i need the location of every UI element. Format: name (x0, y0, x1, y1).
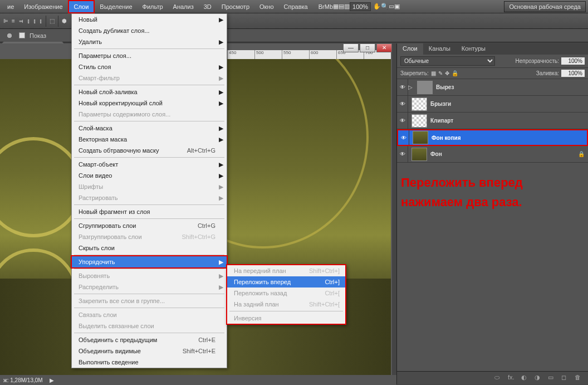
minibridge-icon[interactable]: Mb (325, 3, 333, 10)
menu-item: Смарт-фильтр▶ (72, 72, 227, 84)
hand-icon[interactable]: ✋ (373, 3, 381, 10)
menu-item[interactable]: Новый слой-заливка▶ (72, 86, 227, 98)
3d-mode-icon[interactable]: ⬢ (62, 18, 67, 24)
lock-pixels-icon[interactable]: ✎ (438, 70, 443, 76)
status-arrow-icon[interactable]: ▶ (50, 377, 54, 383)
lock-icon: 🔒 (578, 151, 585, 157)
distribute-icon[interactable]: ⫿ (33, 18, 36, 24)
menu-item: Распределить▶ (72, 281, 227, 293)
align-right-icon[interactable]: ⫤ (18, 18, 24, 24)
status-bar: ж: 1,28M/13,0M ▶ (0, 375, 396, 385)
menu-help[interactable]: Справка (279, 1, 313, 12)
menu-item[interactable]: Удалить▶ (72, 36, 227, 47)
visibility-eye-icon[interactable]: 👁 (397, 96, 408, 112)
menu-view[interactable]: Просмотр (217, 1, 254, 12)
screen-mode-icon[interactable]: ▣ (394, 3, 400, 10)
menu-item[interactable]: Создать дубликат слоя... (72, 25, 227, 36)
menu-layers[interactable]: Слои (68, 0, 95, 13)
group-icon[interactable]: ▭ (548, 374, 557, 383)
minimize-button[interactable]: — (343, 43, 359, 52)
menu-item[interactable]: Векторная маска▶ (72, 134, 227, 145)
layer-row[interactable]: 👁Фон🔒 (397, 146, 588, 163)
submenu-item[interactable]: Переложить впередCtrl+] (227, 276, 345, 287)
view-grid-icon[interactable]: ▥ (344, 3, 350, 10)
layer-name: Брызги (430, 101, 451, 107)
menu-item[interactable]: Объединить с предыдущимCtrl+E (72, 334, 227, 345)
zoom-icon[interactable]: 🔍 (381, 3, 389, 10)
layer-row[interactable]: 👁▷Вырез (397, 79, 588, 96)
auto-align-icon[interactable]: ⬚ (50, 18, 55, 24)
tab-channels[interactable]: Каналы (423, 43, 456, 55)
doc-size: ж: 1,28M/13,0M (3, 377, 43, 383)
workspace-switcher[interactable]: Основная рабочая среда (504, 1, 586, 12)
menu-item[interactable]: Объединить видимыеShift+Ctrl+E (72, 345, 227, 357)
menu-item[interactable]: Новый▶ (72, 14, 227, 25)
menu-item: Закрепить все слои в группе... (72, 295, 227, 306)
menu-item[interactable]: Слои видео▶ (72, 170, 227, 181)
opacity-label: Непрозрачность: (515, 58, 559, 64)
menu-item[interactable]: Новый фрагмент из слоя (72, 206, 227, 217)
zoom-level[interactable]: 100% (350, 2, 371, 11)
show-checkbox[interactable] (19, 32, 25, 38)
menu-item[interactable]: Скрыть слои (72, 242, 227, 254)
visibility-eye-icon[interactable]: 👁 (397, 113, 408, 129)
layers-list: 👁▷Вырез👁Брызги👁Клипарт👁Фон копия👁Фон🔒 (397, 79, 588, 163)
opacity-value[interactable]: 100% (561, 57, 585, 65)
arrange-docs-icon[interactable]: ▭ (389, 3, 394, 10)
menu-window[interactable]: Окно (254, 1, 279, 12)
menu-item[interactable]: Упорядочить▶ (71, 255, 228, 269)
arrange-submenu: На передний планShift+Ctrl+]Переложить в… (226, 264, 346, 325)
view-extras-icon[interactable]: ▦ (333, 3, 339, 10)
layer-thumbnail (411, 114, 427, 128)
menu-item: Разгруппировать слоиShift+Ctrl+G (72, 231, 227, 242)
layer-row[interactable]: 👁Клипарт (397, 113, 588, 129)
menu-item[interactable]: Выполнить сведение (72, 357, 227, 368)
menu-item: Выделить связанные слои (72, 320, 227, 332)
menu-filter[interactable]: Фильтр (138, 1, 168, 12)
view-guides-icon[interactable]: ▤ (339, 3, 344, 10)
adjustment-icon[interactable]: ◑ (535, 374, 543, 383)
fx-icon[interactable]: fx. (508, 374, 517, 383)
menu-item[interactable]: Смарт-объект▶ (72, 159, 227, 170)
layer-thumbnail (411, 98, 427, 111)
menu-item[interactable]: Новый корректирующий слой▶ (72, 98, 227, 109)
align-left-icon[interactable]: ⊫ (3, 18, 8, 24)
menu-item[interactable]: Сгруппировать слоиCtrl+G (72, 220, 227, 231)
visibility-eye-icon[interactable]: 👁 (398, 130, 409, 145)
menu-item[interactable]: Слой-маска▶ (72, 123, 227, 134)
layer-row[interactable]: 👁Фон копия (397, 129, 588, 146)
menu-analysis[interactable]: Анализ (168, 1, 199, 12)
window-controls: — □ ✕ (343, 43, 392, 52)
main-menubar: ие Изображение Слои Выделение Фильтр Ана… (0, 0, 588, 13)
new-layer-icon[interactable]: ◻ (561, 374, 570, 383)
visibility-eye-icon[interactable]: 👁 (397, 79, 408, 95)
menu-item[interactable]: ие (2, 1, 19, 12)
distribute-icon[interactable]: ⫿ (40, 18, 42, 24)
menu-item: Параметры содержимого слоя... (72, 109, 227, 120)
tab-layers[interactable]: Слои (397, 43, 423, 55)
close-button[interactable]: ✕ (376, 43, 392, 52)
tool-preset-icon[interactable] (4, 31, 14, 41)
distribute-icon[interactable]: ⫿ (27, 18, 30, 24)
visibility-eye-icon[interactable]: 👁 (397, 146, 408, 162)
lock-position-icon[interactable]: ✥ (445, 70, 449, 76)
align-center-icon[interactable]: ≡ (12, 18, 15, 24)
maximize-button[interactable]: □ (360, 43, 375, 52)
menu-select[interactable]: Выделение (95, 1, 137, 12)
menu-item[interactable]: Параметры слоя... (72, 50, 227, 61)
bridge-icon[interactable]: Br (318, 3, 325, 10)
fill-value[interactable]: 100% (561, 70, 585, 77)
menu-item[interactable]: Стиль слоя▶ (72, 61, 227, 72)
menu-item[interactable]: Создать обтравочную маскуAlt+Ctrl+G (72, 145, 227, 156)
blend-mode-select[interactable]: Обычные (400, 56, 495, 66)
lock-all-icon[interactable]: 🔒 (452, 70, 458, 76)
tab-paths[interactable]: Контуры (456, 43, 491, 55)
lock-transparent-icon[interactable]: ▦ (431, 70, 436, 76)
trash-icon[interactable]: 🗑 (575, 374, 584, 383)
mask-icon[interactable]: ◐ (521, 374, 530, 383)
layers-panel-footer: ⬭ fx. ◐ ◑ ▭ ◻ 🗑 (397, 371, 588, 384)
layer-row[interactable]: 👁Брызги (397, 96, 588, 113)
link-layers-icon[interactable]: ⬭ (494, 374, 503, 383)
menu-3d[interactable]: 3D (199, 1, 217, 12)
menu-image[interactable]: Изображение (19, 1, 67, 12)
